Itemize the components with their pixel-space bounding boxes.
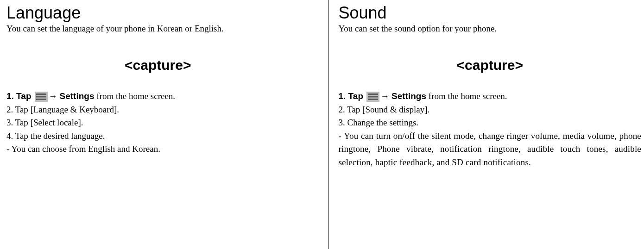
menu-icon [35, 92, 48, 102]
document-page: Language You can set the language of you… [0, 0, 644, 249]
step1-lead: 1. Tap [6, 91, 34, 101]
language-step-3: 3. Tap [Select locale]. [6, 116, 309, 130]
sound-subheading: You can set the sound option for your ph… [339, 23, 642, 35]
step1-arrow: → [49, 91, 60, 101]
capture-placeholder-right: <capture> [339, 57, 642, 73]
step1-settings: Settings [391, 91, 426, 101]
svg-rect-5 [368, 93, 378, 95]
language-step-2: 2. Tap [Language & Keyboard]. [6, 103, 309, 117]
right-column: Sound You can set the sound option for y… [328, 0, 644, 249]
sound-step-3: 3. Change the settings. [339, 116, 642, 130]
step1-arrow: → [380, 91, 391, 101]
svg-rect-2 [36, 96, 46, 97]
svg-rect-6 [368, 96, 378, 97]
language-step-1: 1. Tap → Settings from the home screen. [6, 90, 309, 103]
capture-placeholder-left: <capture> [6, 57, 309, 73]
svg-rect-3 [36, 99, 46, 100]
step1-settings: Settings [60, 91, 95, 101]
language-note: - You can choose from English and Korean… [6, 143, 309, 156]
left-column: Language You can set the language of you… [0, 0, 328, 249]
svg-rect-1 [36, 93, 46, 95]
language-subheading: You can set the language of your phone i… [6, 23, 309, 35]
sound-step-2: 2. Tap [Sound & display]. [339, 103, 642, 117]
svg-rect-7 [368, 99, 378, 100]
step1-lead: 1. Tap [339, 91, 366, 101]
sound-heading: Sound [339, 4, 642, 22]
language-step-4: 4. Tap the desired language. [6, 130, 309, 143]
language-heading: Language [6, 4, 309, 22]
sound-step-1: 1. Tap → Settings from the home screen. [339, 90, 642, 103]
step1-rest: from the home screen. [94, 91, 175, 101]
step1-rest: from the home screen. [426, 91, 507, 101]
menu-icon [366, 92, 379, 102]
sound-note: - You can turn on/off the silent mode, c… [339, 130, 642, 169]
